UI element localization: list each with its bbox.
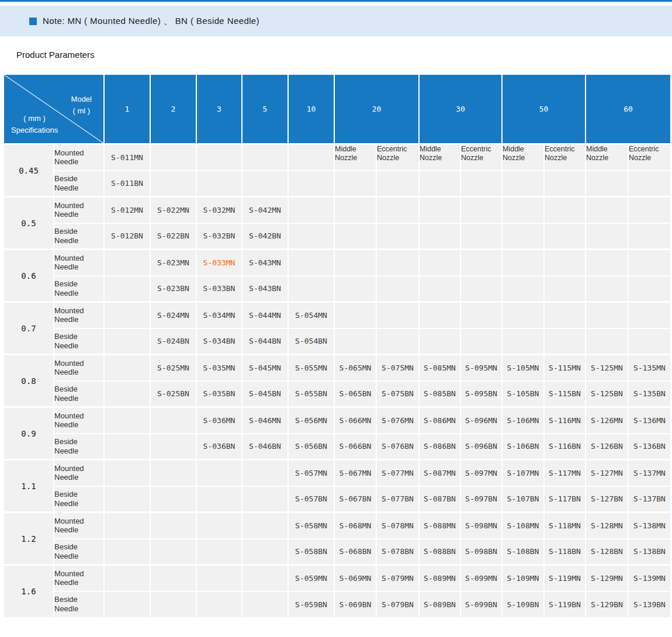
- nozzle-subheader-cell: Middle Nozzle: [586, 144, 628, 171]
- model-code-cell: S-046BN: [242, 434, 288, 460]
- note-text: Note: MN ( Mounted Needle) 、 BN ( Beside…: [43, 16, 259, 27]
- empty-cell: [104, 407, 150, 434]
- needle-type-cell: Beside Needle: [54, 328, 104, 355]
- empty-cell: [150, 434, 196, 460]
- empty-cell: [419, 250, 460, 276]
- model-code-cell: S-045MN: [242, 355, 288, 381]
- empty-cell: [460, 328, 502, 355]
- empty-cell: [502, 328, 544, 355]
- table-row: 1.6Mounted NeedleS-059MNS-069MNS-079MNS-…: [4, 565, 671, 591]
- model-code-cell: S-012BN: [104, 223, 150, 250]
- empty-cell: [460, 302, 502, 328]
- table-row: Beside NeedleS-036BNS-046BNS-056BNS-066B…: [4, 434, 671, 460]
- model-code-cell: S-135MN: [628, 355, 671, 381]
- empty-cell: [376, 328, 419, 355]
- model-code-cell: S-106BN: [502, 434, 544, 460]
- empty-cell: [288, 276, 334, 302]
- model-code-cell: S-045BN: [242, 381, 288, 407]
- empty-cell: [376, 302, 419, 328]
- model-code-cell: S-023BN: [150, 276, 196, 302]
- model-code-cell: S-057MN: [288, 460, 334, 486]
- empty-cell: [586, 171, 628, 197]
- empty-cell: [376, 250, 419, 276]
- empty-cell: [502, 223, 544, 250]
- model-code-cell: S-022BN: [150, 223, 196, 250]
- model-code-cell: S-136MN: [628, 407, 671, 434]
- empty-cell: [586, 302, 628, 328]
- empty-cell: [628, 250, 671, 276]
- empty-cell: [628, 302, 671, 328]
- ml-column-header: 2: [150, 74, 196, 144]
- model-code-cell: S-067MN: [334, 460, 376, 486]
- model-code-cell: S-117BN: [544, 486, 586, 513]
- model-code-cell: S-116MN: [544, 407, 586, 434]
- table-row: Beside NeedleS-011BN: [4, 171, 671, 197]
- model-code-cell: S-125BN: [586, 381, 628, 407]
- model-code-cell: S-137MN: [628, 460, 671, 486]
- model-code-cell: S-125MN: [586, 355, 628, 381]
- empty-cell: [104, 276, 150, 302]
- empty-cell: [242, 144, 288, 171]
- model-code-cell: S-024BN: [150, 328, 196, 355]
- empty-cell: [150, 460, 196, 486]
- model-code-cell: S-095MN: [460, 355, 502, 381]
- model-code-cell: S-075BN: [376, 381, 419, 407]
- empty-cell: [288, 144, 334, 171]
- model-code-cell: S-109BN: [502, 591, 544, 618]
- model-code-cell: S-085MN: [419, 355, 460, 381]
- empty-cell: [334, 302, 376, 328]
- empty-cell: [288, 250, 334, 276]
- empty-cell: [376, 171, 419, 197]
- empty-cell: [544, 276, 586, 302]
- model-code-cell: S-106MN: [502, 407, 544, 434]
- model-code-cell: S-054MN: [288, 302, 334, 328]
- empty-cell: [628, 223, 671, 250]
- empty-cell: [150, 539, 196, 565]
- table-row: Beside NeedleS-058BNS-068BNS-078BNS-088B…: [4, 539, 671, 565]
- model-code-cell: S-065BN: [334, 381, 376, 407]
- model-code-cell: S-099BN: [460, 591, 502, 618]
- needle-type-cell: Beside Needle: [54, 381, 104, 407]
- model-code-cell-highlighted[interactable]: S-033MN: [196, 250, 242, 276]
- model-code-cell: S-033BN: [196, 276, 242, 302]
- empty-cell: [242, 591, 288, 618]
- table-row: 0.45Mounted NeedleS-011MNMiddle NozzleEc…: [4, 144, 671, 171]
- model-code-cell: S-097MN: [460, 460, 502, 486]
- empty-cell: [104, 250, 150, 276]
- empty-cell: [104, 381, 150, 407]
- model-code-cell: S-076MN: [376, 407, 419, 434]
- model-code-cell: S-086BN: [419, 434, 460, 460]
- empty-cell: [628, 328, 671, 355]
- model-code-cell: S-118BN: [544, 539, 586, 565]
- empty-cell: [376, 223, 419, 250]
- model-code-cell: S-136BN: [628, 434, 671, 460]
- ml-column-header: 50: [502, 74, 586, 144]
- model-code-cell: S-077MN: [376, 460, 419, 486]
- model-code-cell: S-138MN: [628, 513, 671, 539]
- model-code-cell: S-116BN: [544, 434, 586, 460]
- empty-cell: [544, 302, 586, 328]
- model-code-cell: S-056BN: [288, 434, 334, 460]
- product-parameters-section: Model( ml )( mm )Specifications123510203…: [0, 74, 672, 618]
- model-code-cell: S-107BN: [502, 486, 544, 513]
- nozzle-subheader-cell: Middle Nozzle: [419, 144, 460, 171]
- empty-cell: [376, 197, 419, 223]
- model-code-cell: S-137BN: [628, 486, 671, 513]
- table-row: Beside NeedleS-025BNS-035BNS-045BNS-055B…: [4, 381, 671, 407]
- model-code-cell: S-067BN: [334, 486, 376, 513]
- empty-cell: [242, 460, 288, 486]
- model-code-cell: S-128MN: [586, 513, 628, 539]
- model-code-cell: S-079BN: [376, 591, 419, 618]
- model-code-cell: S-066MN: [334, 407, 376, 434]
- corner-model-label: Model( ml ): [71, 94, 92, 116]
- empty-cell: [502, 302, 544, 328]
- nozzle-subheader-cell: Middle Nozzle: [334, 144, 376, 171]
- model-code-cell: S-011BN: [104, 171, 150, 197]
- model-code-cell: S-089BN: [419, 591, 460, 618]
- needle-type-cell: Mounted Needle: [54, 197, 104, 223]
- model-code-cell: S-109MN: [502, 565, 544, 591]
- model-code-cell: S-117MN: [544, 460, 586, 486]
- model-code-cell: S-012MN: [104, 197, 150, 223]
- ml-column-header: 30: [419, 74, 502, 144]
- model-code-cell: S-023MN: [150, 250, 196, 276]
